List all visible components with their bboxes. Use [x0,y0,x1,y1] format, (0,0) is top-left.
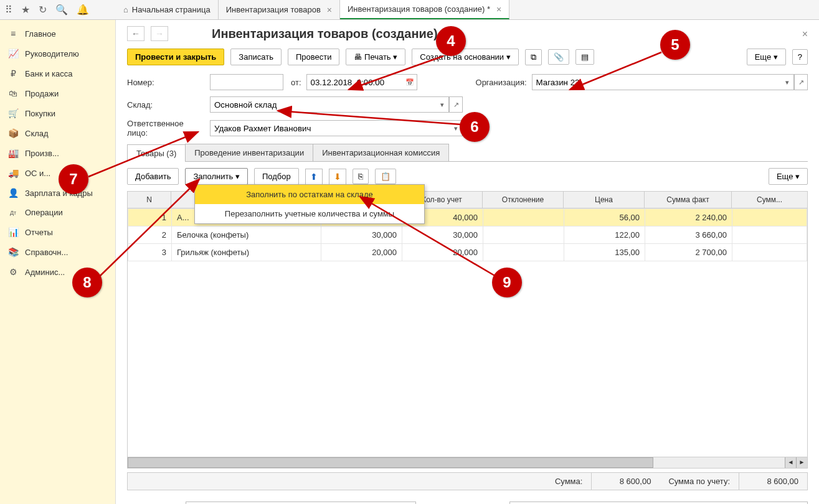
cell-price: 135,00 [564,244,645,261]
bell-icon[interactable]: 🔔 [77,4,89,16]
tab-goods[interactable]: Товары (3) [127,144,186,162]
close-icon[interactable]: × [327,5,332,15]
org-input[interactable] [532,74,780,90]
sidebar-label: Руководителю [25,49,79,58]
tab-inventory-create[interactable]: Инвентаризация товаров (создание) * × [340,0,509,19]
cell-sf: 2 700,00 [645,244,732,261]
cell-qf: 20,000 [321,244,402,261]
person-input[interactable] [210,120,449,136]
col-sum[interactable]: Сумм... [732,192,808,208]
table-row[interactable]: 2 Белочка (конфеты) 30,000 30,000 122,00… [128,226,807,244]
org-dropdown-button[interactable]: ▾ [780,74,794,90]
forward-button[interactable]: → [151,26,168,41]
col-sum-fact[interactable]: Сумма факт [645,192,732,208]
close-page-icon[interactable]: × [802,29,808,40]
sidebar-item-reports[interactable]: 📊Отчеты [0,222,115,242]
cell-sum [732,209,807,226]
sidebar-item-refs[interactable]: 📚Справочн... [0,242,115,262]
org-open-button[interactable]: ↗ [794,74,808,90]
sidebar-item-assets[interactable]: 🚚ОС и... [0,163,115,183]
add-button[interactable]: Добавить [127,168,179,185]
scroll-right-icon[interactable]: ► [796,457,807,468]
grid-more-button[interactable]: Еще ▾ [769,168,808,185]
star-icon[interactable]: ★ [21,4,30,16]
refill-qty-item[interactable]: Перезаполнить учетные количества и суммы [195,204,424,223]
sidebar-item-hr[interactable]: 👤Зарплата и кадры [0,183,115,203]
tab-inventory[interactable]: Инвентаризация товаров × [219,0,340,19]
history-icon[interactable]: ↻ [39,4,47,16]
sidebar-item-sales[interactable]: 🛍Продажи [0,83,115,103]
apps-icon[interactable]: ⠿ [5,4,12,16]
calendar-button[interactable]: 📅 [404,74,417,90]
responsible-input[interactable] [509,502,794,504]
col-n[interactable]: N [128,192,171,208]
more-button[interactable]: Еще ▾ [747,49,786,65]
move-up-button[interactable]: ⬆ [305,169,323,185]
sidebar-label: Справочн... [25,248,68,257]
paste-button[interactable]: 📋 [375,169,396,184]
search-icon[interactable]: 🔍 [55,4,68,16]
sidebar-item-warehouse[interactable]: 📦Склад [0,123,115,143]
back-button[interactable]: ← [127,26,144,41]
structure-button[interactable]: ⧉ [525,49,542,65]
attach-button[interactable]: 📎 [548,49,569,65]
sidebar-item-main[interactable]: ≡Главное [0,24,115,44]
tab-commission[interactable]: Инвентаризационная комиссия [313,144,449,161]
topbar-icons: ⠿ ★ ↻ 🔍 🔔 [0,4,116,16]
print-button[interactable]: 🖶 Печать ▾ [346,49,405,65]
totals-bar: Сумма: 8 600,00 Сумма по учету: 8 600,00 [127,472,808,490]
number-label: Номер: [127,78,205,87]
cell-n: 1 [128,209,172,226]
sidebar-label: Банк и касса [25,69,73,78]
sidebar-label: Отчеты [25,228,53,237]
sidebar: ≡Главное 📈Руководителю ₽Банк и касса 🛍Пр… [0,20,116,504]
copy-button[interactable]: ⎘ [353,169,369,184]
col-dev[interactable]: Отклонение [483,192,564,208]
tab-conducting[interactable]: Проведение инвентаризации [185,144,313,161]
more-label: Еще [755,52,771,62]
ruble-icon: ₽ [7,68,19,78]
sidebar-item-purchases[interactable]: 🛒Покупки [0,103,115,123]
col-price[interactable]: Цена [564,192,645,208]
warehouse-dropdown-button[interactable]: ▾ [435,96,449,113]
home-icon: ⌂ [123,5,128,14]
cell-sum [732,244,807,261]
post-button[interactable]: Провести [288,49,340,65]
fill-button[interactable]: Заполнить ▾ [185,168,247,185]
help-button[interactable]: ? [792,49,808,65]
responsible-dropdown-button[interactable]: ▾ [794,502,808,504]
sidebar-label: Главное [25,29,56,39]
cell-sf: 3 660,00 [645,226,732,244]
fill-by-stock-item[interactable]: Заполнить по остаткам на складе [195,185,424,204]
comment-input[interactable] [186,502,416,504]
sidebar-item-operations[interactable]: ДтОперации [0,203,115,222]
move-down-button[interactable]: ⬇ [329,169,346,185]
scroll-left-icon[interactable]: ◄ [785,457,796,468]
close-icon[interactable]: × [496,4,501,14]
list-button[interactable]: ▤ [575,49,594,65]
horizontal-scrollbar[interactable]: ◄ ► [127,457,808,469]
grid-body[interactable]: 1 А... 40,000 56,00 2 240,00 2 Белочка (… [127,208,808,457]
bars-icon: 📊 [7,227,19,237]
number-input[interactable] [210,74,283,90]
sum-acc-label: Сумма по учету: [660,473,739,490]
sidebar-item-production[interactable]: 🏭Произв... [0,143,115,163]
warehouse-input[interactable] [210,96,435,113]
post-and-close-button[interactable]: Провести и закрыть [127,49,224,65]
warehouse-open-button[interactable]: ↗ [449,96,463,113]
sidebar-item-manager[interactable]: 📈Руководителю [0,44,115,63]
tab-home[interactable]: ⌂ Начальная страница [116,0,219,19]
scrollbar-thumb[interactable] [128,457,653,468]
select-button[interactable]: Подбор [254,168,299,185]
sidebar-item-bank[interactable]: ₽Банк и касса [0,63,115,83]
tab-home-label: Начальная страница [132,5,211,14]
fill-label: Заполнить [193,172,233,181]
factory-icon: 🏭 [7,148,19,158]
callout-6: 6 [460,112,490,142]
cell-price: 122,00 [564,226,645,244]
save-button[interactable]: Записать [230,49,282,65]
table-row[interactable]: 3 Грильяж (конфеты) 20,000 20,000 135,00… [128,244,807,261]
create-based-button[interactable]: Создать на основании ▾ [412,49,519,65]
date-input[interactable] [306,74,404,90]
warehouse-label: Склад: [127,100,205,110]
